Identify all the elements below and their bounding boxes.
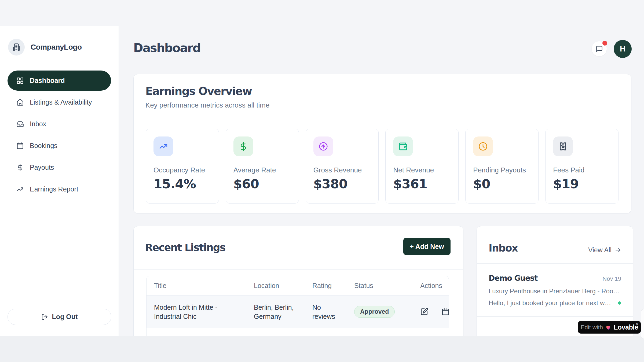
sidebar-item-label: Bookings bbox=[30, 142, 57, 150]
column-header-location: Location bbox=[254, 282, 312, 290]
inbox-message-item[interactable]: Demo Guest Nov 19 Luxury Penthouse in Pr… bbox=[477, 264, 633, 317]
metric-iconbox bbox=[393, 136, 413, 156]
heart-icon bbox=[605, 324, 611, 330]
metrics-row: Occupancy Rate 15.4% Average Rate $60 bbox=[146, 129, 619, 204]
edit-icon[interactable] bbox=[420, 308, 429, 316]
listing-status-cell: Approved bbox=[354, 306, 420, 318]
listing-rating-cell: No reviews bbox=[312, 303, 347, 321]
trending-up-icon bbox=[16, 186, 24, 193]
listing-location-cell: Berlin, Berlin, Germany bbox=[254, 303, 312, 321]
metric-label: Fees Paid bbox=[553, 166, 611, 174]
brand: CompanyLogo bbox=[8, 39, 82, 56]
sidebar-item-dashboard[interactable]: Dashboard bbox=[8, 71, 111, 91]
earnings-title: Earnings Overview bbox=[145, 85, 619, 97]
dollar-icon bbox=[239, 142, 248, 151]
column-header-rating: Rating bbox=[312, 282, 354, 290]
metric-value: $0 bbox=[473, 176, 531, 191]
clock-icon bbox=[478, 142, 488, 151]
message-preview: Hello, I just booked your place for next… bbox=[489, 299, 614, 307]
page-title: Dashboard bbox=[133, 41, 200, 55]
user-avatar[interactable]: H bbox=[614, 40, 632, 58]
sidebar-item-earnings-report[interactable]: Earnings Report bbox=[8, 179, 111, 199]
sidebar-item-label: Inbox bbox=[30, 120, 46, 128]
table-row-partial bbox=[147, 328, 449, 336]
sidebar-item-label: Listings & Availability bbox=[30, 98, 92, 106]
add-new-button[interactable]: + Add New bbox=[403, 238, 451, 255]
metric-label: Occupancy Rate bbox=[153, 166, 211, 174]
metric-value: $19 bbox=[553, 176, 611, 191]
message-subject: Luxury Penthouse in Prenzlauer Berg - Ro… bbox=[489, 287, 621, 295]
receipt-icon bbox=[558, 142, 568, 151]
column-header-actions: Actions bbox=[420, 282, 449, 290]
earnings-overview-card: Earnings Overview Key performance metric… bbox=[133, 74, 631, 213]
brand-logo-circle bbox=[8, 39, 25, 56]
edit-with-lovable-badge[interactable]: Edit with Lovable × bbox=[578, 321, 641, 334]
column-header-status: Status bbox=[354, 282, 420, 290]
sidebar-item-bookings[interactable]: Bookings bbox=[8, 136, 111, 156]
metric-card-net-revenue: Net Revenue $361 bbox=[385, 129, 459, 204]
recent-listings-card: Recent Listings + Add New Title Location… bbox=[133, 226, 463, 336]
listing-actions-cell bbox=[420, 308, 449, 316]
earnings-subtitle: Key performance metrics across all time bbox=[145, 101, 619, 109]
column-header-title: Title bbox=[147, 282, 254, 290]
earnings-header: Earnings Overview Key performance metric… bbox=[134, 74, 631, 120]
metric-card-gross-revenue: Gross Revenue $380 bbox=[306, 129, 379, 204]
screen: CompanyLogo Dashboard Listings & Availab… bbox=[0, 0, 644, 362]
sidebar-item-label: Dashboard bbox=[30, 77, 65, 84]
divider bbox=[134, 118, 631, 118]
metric-label: Gross Revenue bbox=[313, 166, 371, 174]
metric-value: $361 bbox=[393, 176, 451, 191]
sidebar-item-inbox[interactable]: Inbox bbox=[8, 114, 111, 134]
inbox-tray-icon bbox=[16, 120, 24, 128]
status-badge: Approved bbox=[354, 306, 395, 318]
message-header: Demo Guest Nov 19 bbox=[489, 274, 621, 283]
lovable-prefix: Edit with bbox=[581, 324, 603, 331]
metric-value: $380 bbox=[313, 176, 371, 191]
sidebar-item-payouts[interactable]: Payouts bbox=[8, 157, 111, 178]
sidebar-nav: Dashboard Listings & Availability Inbox bbox=[8, 71, 111, 201]
logout-button[interactable]: Log Out bbox=[8, 309, 111, 325]
sidebar: CompanyLogo Dashboard Listings & Availab… bbox=[0, 26, 119, 336]
inbox-title: Inbox bbox=[489, 242, 518, 254]
sidebar-item-label: Earnings Report bbox=[30, 185, 78, 193]
arrow-up-circle-icon bbox=[319, 142, 328, 151]
sidebar-item-listings[interactable]: Listings & Availability bbox=[8, 92, 111, 112]
metric-value: $60 bbox=[233, 176, 291, 191]
dollar-icon bbox=[16, 164, 24, 171]
calendar-icon bbox=[16, 142, 24, 150]
lovable-brand: Lovable bbox=[614, 323, 638, 331]
building-icon bbox=[12, 43, 20, 51]
wallet-icon bbox=[398, 142, 408, 151]
metric-card-occupancy-rate: Occupancy Rate 15.4% bbox=[146, 129, 219, 204]
metric-label: Pending Payouts bbox=[473, 166, 531, 174]
metric-card-average-rate: Average Rate $60 bbox=[226, 129, 299, 204]
close-icon[interactable]: × bbox=[635, 322, 639, 327]
log-out-icon bbox=[41, 313, 48, 320]
app-viewport: CompanyLogo Dashboard Listings & Availab… bbox=[0, 0, 644, 336]
grid-icon bbox=[16, 77, 24, 84]
calendar-icon[interactable] bbox=[441, 308, 449, 316]
metric-iconbox bbox=[233, 136, 253, 156]
notification-dot bbox=[602, 41, 607, 46]
sidebar-item-label: Payouts bbox=[30, 164, 54, 171]
home-icon bbox=[16, 99, 24, 106]
table-row: Modern Loft in Mitte - Industrial Chic B… bbox=[147, 295, 449, 328]
metric-label: Average Rate bbox=[233, 166, 291, 174]
view-all-label: View All bbox=[588, 246, 612, 254]
listings-table: Title Location Rating Status Actions Mod… bbox=[146, 276, 449, 336]
trending-up-icon bbox=[159, 142, 168, 151]
metric-iconbox bbox=[313, 136, 333, 156]
metric-card-fees-paid: Fees Paid $19 bbox=[545, 129, 619, 204]
message-preview-row: Hello, I just booked your place for next… bbox=[489, 299, 621, 307]
message-sender: Demo Guest bbox=[489, 274, 537, 283]
listing-title-cell: Modern Loft in Mitte - Industrial Chic bbox=[147, 303, 254, 321]
divider bbox=[134, 269, 463, 270]
arrow-right-icon bbox=[615, 247, 621, 253]
metric-iconbox bbox=[553, 136, 573, 156]
metric-card-pending-payouts: Pending Payouts $0 bbox=[465, 129, 539, 204]
brand-name: CompanyLogo bbox=[31, 43, 82, 51]
scrollbar-thumb[interactable] bbox=[641, 309, 644, 339]
inbox-card: Inbox View All Demo Guest Nov 19 Luxury … bbox=[477, 226, 633, 336]
view-all-link[interactable]: View All bbox=[588, 246, 621, 254]
recent-listings-title: Recent Listings bbox=[145, 242, 225, 253]
